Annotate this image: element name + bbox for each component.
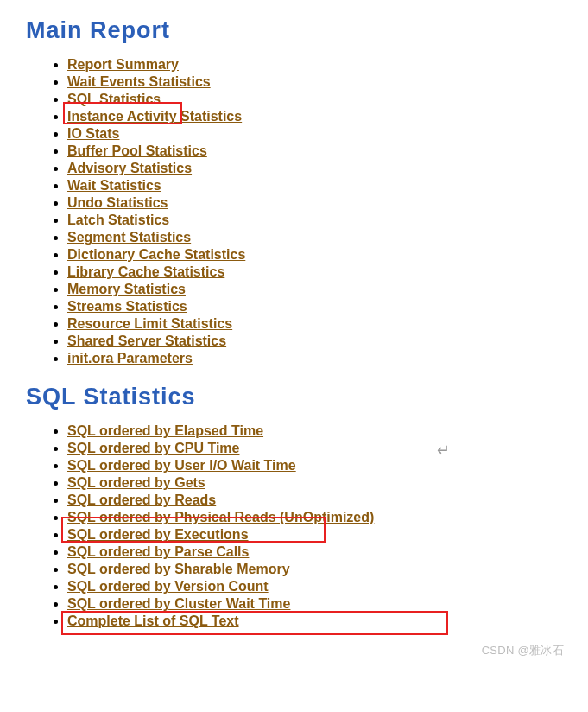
list-item: Shared Server Statistics [67, 334, 571, 349]
list-item: SQL ordered by Version Count [67, 579, 571, 594]
link-dictionary-cache-statistics[interactable]: Dictionary Cache Statistics [67, 247, 245, 262]
link-wait-events-statistics[interactable]: Wait Events Statistics [67, 74, 211, 89]
sql-statistics-heading: SQL Statistics [26, 384, 571, 410]
list-item: Complete List of SQL Text [67, 613, 571, 629]
link-sql-elapsed-time[interactable]: SQL ordered by Elapsed Time [67, 423, 263, 438]
link-streams-statistics[interactable]: Streams Statistics [67, 299, 187, 314]
list-item: Buffer Pool Statistics [67, 143, 571, 159]
link-sql-user-io-wait-time[interactable]: SQL ordered by User I/O Wait Time [67, 458, 296, 473]
link-init-ora-parameters[interactable]: init.ora Parameters [67, 351, 193, 366]
list-item: Advisory Statistics [67, 161, 571, 176]
list-item: Instance Activity Statistics [67, 109, 571, 124]
link-advisory-statistics[interactable]: Advisory Statistics [67, 161, 192, 175]
link-sql-parse-calls[interactable]: SQL ordered by Parse Calls [67, 544, 249, 559]
link-library-cache-statistics[interactable]: Library Cache Statistics [67, 264, 224, 279]
link-segment-statistics[interactable]: Segment Statistics [67, 230, 191, 245]
link-io-stats[interactable]: IO Stats [67, 126, 119, 141]
list-item: Latch Statistics [67, 213, 571, 228]
list-item: SQL ordered by Elapsed Time [67, 423, 571, 439]
list-item: SQL ordered by Gets [67, 475, 571, 491]
list-item: Segment Statistics [67, 230, 571, 245]
watermark-text: CSDN @雅冰石 [482, 643, 564, 658]
link-latch-statistics[interactable]: Latch Statistics [67, 213, 169, 227]
link-sql-cpu-time[interactable]: SQL ordered by CPU Time [67, 441, 239, 455]
link-sql-cluster-wait-time[interactable]: SQL ordered by Cluster Wait Time [67, 596, 290, 611]
sql-statistics-list: SQL ordered by Elapsed Time SQL ordered … [35, 423, 571, 629]
list-item: init.ora Parameters [67, 351, 571, 366]
link-resource-limit-statistics[interactable]: Resource Limit Statistics [67, 316, 232, 331]
main-report-list: Report Summary Wait Events Statistics SQ… [35, 57, 571, 366]
list-item: SQL ordered by User I/O Wait Time [67, 458, 571, 474]
link-sql-executions[interactable]: SQL ordered by Executions [67, 527, 249, 542]
list-item: Resource Limit Statistics [67, 316, 571, 332]
list-item: Report Summary [67, 57, 571, 73]
link-complete-list-sql-text[interactable]: Complete List of SQL Text [67, 613, 239, 628]
list-item: Wait Statistics [67, 178, 571, 194]
link-sql-sharable-memory[interactable]: SQL ordered by Sharable Memory [67, 562, 290, 576]
list-item: SQL ordered by Physical Reads (UnOptimiz… [67, 510, 571, 525]
list-item: SQL ordered by Sharable Memory [67, 562, 571, 577]
link-instance-activity-statistics[interactable]: Instance Activity Statistics [67, 109, 242, 124]
link-buffer-pool-statistics[interactable]: Buffer Pool Statistics [67, 143, 207, 158]
link-sql-version-count[interactable]: SQL ordered by Version Count [67, 579, 269, 594]
link-shared-server-statistics[interactable]: Shared Server Statistics [67, 334, 226, 348]
link-undo-statistics[interactable]: Undo Statistics [67, 195, 168, 210]
link-memory-statistics[interactable]: Memory Statistics [67, 282, 186, 296]
link-wait-statistics[interactable]: Wait Statistics [67, 178, 161, 193]
list-item: SQL ordered by Reads [67, 493, 571, 508]
list-item: SQL Statistics [67, 92, 571, 107]
list-item: SQL ordered by CPU Time [67, 441, 571, 456]
list-item: IO Stats [67, 126, 571, 142]
link-report-summary[interactable]: Report Summary [67, 57, 179, 72]
link-sql-physical-reads-unoptimized[interactable]: SQL ordered by Physical Reads (UnOptimiz… [67, 510, 374, 524]
link-sql-statistics[interactable]: SQL Statistics [67, 92, 161, 106]
link-sql-gets[interactable]: SQL ordered by Gets [67, 475, 205, 490]
list-item: Library Cache Statistics [67, 264, 571, 280]
list-item: Undo Statistics [67, 195, 571, 211]
link-sql-reads[interactable]: SQL ordered by Reads [67, 493, 216, 507]
list-item: SQL ordered by Parse Calls [67, 544, 571, 560]
list-item: SQL ordered by Cluster Wait Time [67, 596, 571, 612]
list-item: Dictionary Cache Statistics [67, 247, 571, 263]
list-item: Wait Events Statistics [67, 74, 571, 90]
list-item: Streams Statistics [67, 299, 571, 315]
main-report-heading: Main Report [26, 17, 571, 44]
list-item: Memory Statistics [67, 282, 571, 297]
list-item: SQL ordered by Executions [67, 527, 571, 543]
return-arrow-icon: ↵ [437, 441, 450, 460]
